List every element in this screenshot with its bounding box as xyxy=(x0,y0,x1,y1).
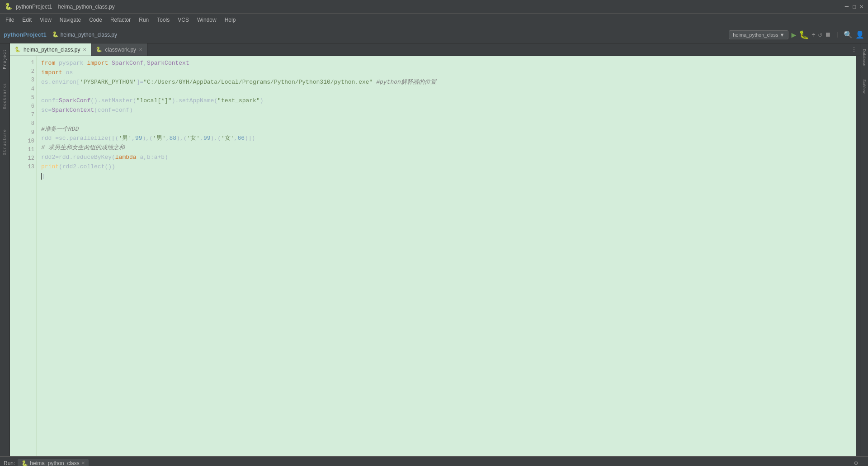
menu-run[interactable]: Run xyxy=(135,16,152,24)
tab-icon-heima: 🐍 xyxy=(14,47,21,52)
menu-navigate[interactable]: Navigate xyxy=(56,16,85,24)
run-toolbar: Run: 🐍 heima_python_class ✕ ⚙ — xyxy=(0,457,868,466)
toolbar: pythonProject1 🐍 heima_python_class.py h… xyxy=(0,26,868,43)
right-panel-sciview[interactable]: SciView xyxy=(861,77,868,95)
menu-help[interactable]: Help xyxy=(221,16,240,24)
sidebar-bookmark-icon[interactable]: Bookmarks xyxy=(1,82,9,109)
search-icon[interactable]: 🔍 xyxy=(844,30,853,39)
stop-button[interactable]: ⏹ xyxy=(825,31,831,38)
menu-vcs[interactable]: VCS xyxy=(174,16,193,24)
tab-classwork[interactable]: 🐍 classwork.py ✕ xyxy=(91,43,147,56)
tab-close-classwork[interactable]: ✕ xyxy=(139,47,142,52)
run-config-label: heima_python_class xyxy=(733,32,778,38)
debug-button[interactable]: 🐛 xyxy=(799,30,809,40)
run-label: Run: xyxy=(4,460,15,466)
menu-tools[interactable]: Tools xyxy=(153,16,173,24)
tab-label-heima: heima_python_class.py xyxy=(24,47,80,53)
tab-heima[interactable]: 🐍 heima_python_class.py ✕ xyxy=(10,43,91,56)
run-tab-close[interactable]: ✕ xyxy=(81,461,85,466)
editor-area: 🐍 heima_python_class.py ✕ 🐍 classwork.py… xyxy=(10,43,860,456)
right-sidebar: Database SciView xyxy=(860,43,868,456)
coverage-button[interactable]: ☂ xyxy=(811,31,815,38)
minimize-button[interactable]: — xyxy=(845,3,849,10)
sidebar-structure-icon[interactable]: Structure xyxy=(1,128,9,156)
sidebar-project-icon[interactable]: Project xyxy=(1,45,9,72)
title-bar-left: 🐍 pythonProject1 – heima_python_class.py xyxy=(5,3,115,10)
tab-close-heima[interactable]: ✕ xyxy=(83,47,86,52)
minimize-panel-icon[interactable]: — xyxy=(861,459,864,466)
gutter-left xyxy=(10,56,16,456)
run-tab-heima[interactable]: 🐍 heima_python_class ✕ xyxy=(18,459,88,466)
main-layout: Project Bookmarks Structure 🐍 heima_pyth… xyxy=(0,43,868,456)
tab-label-classwork: classwork.py xyxy=(105,47,136,53)
toolbar-right: heima_python_class ▼ ▶ 🐛 ☂ ↺ ⏹ | 🔍 👤 xyxy=(729,30,864,40)
run-button[interactable]: ▶ xyxy=(791,30,796,40)
code-container: 1 2 3 4 5 6 7 8 9 10 11 12 13 from pyspa… xyxy=(10,56,860,456)
app-icon: 🐍 xyxy=(5,3,12,10)
right-panel-database[interactable]: Database xyxy=(861,47,868,68)
run-tab-icon: 🐍 xyxy=(21,460,28,466)
toolbar-file-icon: 🐍 xyxy=(52,31,59,38)
menu-view[interactable]: View xyxy=(36,16,55,24)
title-bar: 🐍 pythonProject1 – heima_python_class.py… xyxy=(0,0,868,14)
menu-bar: File Edit View Navigate Code Refactor Ru… xyxy=(0,14,868,26)
tab-bar: 🐍 heima_python_class.py ✕ 🐍 classwork.py… xyxy=(10,43,860,56)
line-numbers: 1 2 3 4 5 6 7 8 9 10 11 12 13 xyxy=(16,56,37,456)
menu-window[interactable]: Window xyxy=(193,16,220,24)
menu-edit[interactable]: Edit xyxy=(19,16,35,24)
window-controls: — ☐ ✕ xyxy=(845,3,863,10)
menu-file[interactable]: File xyxy=(2,16,18,24)
run-toolbar-right: ⚙ — xyxy=(854,459,864,466)
menu-refactor[interactable]: Refactor xyxy=(107,16,134,24)
avatar[interactable]: 👤 xyxy=(855,30,864,39)
tab-more-button[interactable]: ⋮ xyxy=(851,46,857,53)
left-sidebar: Project Bookmarks Structure xyxy=(0,43,10,456)
settings-icon[interactable]: ⚙ xyxy=(854,459,858,466)
scrollbar-vertical[interactable] xyxy=(856,56,860,456)
rerun-button[interactable]: ↺ xyxy=(818,31,822,38)
close-button[interactable]: ✕ xyxy=(860,3,863,10)
menu-code[interactable]: Code xyxy=(85,16,106,24)
tab-icon-classwork: 🐍 xyxy=(96,47,102,52)
bottom-panel: Run: 🐍 heima_python_class ✕ ⚙ — ▶ ▲ ▼ ≡ … xyxy=(0,456,868,466)
run-config-dropdown[interactable]: heima_python_class ▼ xyxy=(729,30,788,39)
maximize-button[interactable]: ☐ xyxy=(852,3,856,10)
project-name: pythonProject1 xyxy=(4,31,47,38)
separator: | xyxy=(835,31,839,38)
title-text: pythonProject1 – heima_python_class.py xyxy=(16,4,115,10)
code-editor[interactable]: from pyspark import SparkConf,SparkConte… xyxy=(37,56,856,456)
run-tab-label: heima_python_class xyxy=(30,460,79,466)
toolbar-file-name: heima_python_class.py xyxy=(61,32,117,38)
